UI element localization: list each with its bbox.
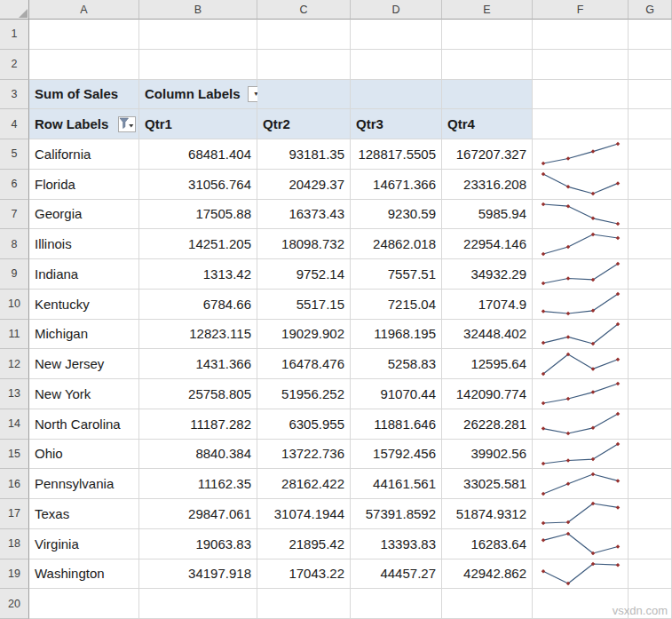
cell-B2[interactable] [139, 50, 257, 80]
cell-C2[interactable] [257, 50, 351, 80]
cell-D13[interactable]: 91070.44 [351, 379, 442, 409]
cell-E10[interactable]: 17074.9 [442, 290, 533, 320]
cell-G16[interactable] [629, 469, 672, 499]
cell-F2[interactable] [533, 50, 629, 80]
cell-C7[interactable]: 16373.43 [257, 200, 351, 230]
cell-G7[interactable] [629, 200, 672, 230]
cell-C6[interactable]: 20429.37 [257, 170, 351, 200]
column-header-D[interactable]: D [351, 0, 442, 20]
column-header-B[interactable]: B [139, 0, 257, 20]
cell-A7[interactable]: Georgia [29, 200, 139, 230]
cell-B20[interactable] [139, 589, 257, 619]
cell-E2[interactable] [442, 50, 533, 80]
cell-G12[interactable] [629, 349, 672, 379]
cell-A8[interactable]: Illinois [29, 229, 139, 259]
cell-A10[interactable]: Kentucky [29, 290, 139, 320]
row-header-14[interactable]: 14 [0, 409, 29, 440]
cell-D16[interactable]: 44161.561 [351, 469, 442, 499]
row-header-7[interactable]: 7 [0, 200, 29, 230]
cell-C16[interactable]: 28162.422 [257, 469, 351, 499]
row-header-17[interactable]: 17 [0, 499, 29, 529]
cell-D3[interactable] [351, 80, 442, 110]
cell-B5[interactable]: 68481.404 [139, 139, 257, 170]
cell-A20[interactable] [29, 589, 139, 619]
cell-E7[interactable]: 5985.94 [442, 200, 533, 230]
cell-G2[interactable] [629, 50, 672, 80]
cell-G17[interactable] [629, 499, 672, 529]
cell-B3[interactable]: Column Labels▼ [139, 80, 257, 110]
cell-F14[interactable] [533, 409, 629, 440]
cell-F11[interactable] [533, 320, 629, 350]
cell-C10[interactable]: 5517.15 [257, 290, 351, 320]
column-header-F[interactable]: F [533, 0, 629, 20]
cell-G9[interactable] [629, 259, 672, 290]
row-header-10[interactable]: 10 [0, 290, 29, 320]
row-header-13[interactable]: 13 [0, 379, 29, 409]
cell-A6[interactable]: Florida [29, 170, 139, 200]
cell-G5[interactable] [629, 139, 672, 170]
cell-B10[interactable]: 6784.66 [139, 290, 257, 320]
row-header-4[interactable]: 4 [0, 109, 29, 139]
cell-B9[interactable]: 1313.42 [139, 259, 257, 290]
column-header-C[interactable]: C [257, 0, 351, 20]
cell-E14[interactable]: 26228.281 [442, 409, 533, 440]
cell-D1[interactable] [351, 20, 442, 50]
cell-D4[interactable]: Qtr3 [351, 109, 442, 139]
cell-G6[interactable] [629, 170, 672, 200]
cell-B18[interactable]: 19063.83 [139, 529, 257, 559]
row-header-20[interactable]: 20 [0, 589, 29, 619]
cell-C13[interactable]: 51956.252 [257, 379, 351, 409]
cell-B19[interactable]: 34197.918 [139, 559, 257, 590]
cell-F19[interactable] [533, 559, 629, 590]
cell-C14[interactable]: 6305.955 [257, 409, 351, 440]
row-header-8[interactable]: 8 [0, 229, 29, 259]
cell-B6[interactable]: 31056.764 [139, 170, 257, 200]
cell-D8[interactable]: 24862.018 [351, 229, 442, 259]
cell-B12[interactable]: 1431.366 [139, 349, 257, 379]
cell-G10[interactable] [629, 290, 672, 320]
cell-D9[interactable]: 7557.51 [351, 259, 442, 290]
cell-B4[interactable]: Qtr1 [139, 109, 257, 139]
cell-C15[interactable]: 13722.736 [257, 440, 351, 470]
cell-A9[interactable]: Indiana [29, 259, 139, 290]
cell-D7[interactable]: 9230.59 [351, 200, 442, 230]
cell-E5[interactable]: 167207.327 [442, 139, 533, 170]
cell-C18[interactable]: 21895.42 [257, 529, 351, 559]
cell-G8[interactable] [629, 229, 672, 259]
column-header-E[interactable]: E [442, 0, 533, 20]
cell-G15[interactable] [629, 440, 672, 470]
cell-F3[interactable] [533, 80, 629, 110]
cell-B8[interactable]: 14251.205 [139, 229, 257, 259]
cell-G18[interactable] [629, 529, 672, 559]
cell-D6[interactable]: 14671.366 [351, 170, 442, 200]
cell-B14[interactable]: 11187.282 [139, 409, 257, 440]
cell-A3[interactable]: Sum of Sales [29, 80, 139, 110]
row-header-1[interactable]: 1 [0, 20, 29, 50]
row-header-11[interactable]: 11 [0, 320, 29, 350]
cell-E15[interactable]: 39902.56 [442, 440, 533, 470]
cell-D12[interactable]: 5258.83 [351, 349, 442, 379]
cell-C17[interactable]: 31074.1944 [257, 499, 351, 529]
cell-F18[interactable] [533, 529, 629, 559]
cell-G4[interactable] [629, 109, 672, 139]
cell-F10[interactable] [533, 290, 629, 320]
cell-D2[interactable] [351, 50, 442, 80]
cell-G19[interactable] [629, 559, 672, 590]
cell-A17[interactable]: Texas [29, 499, 139, 529]
cell-F15[interactable] [533, 440, 629, 470]
cell-C8[interactable]: 18098.732 [257, 229, 351, 259]
cell-E13[interactable]: 142090.774 [442, 379, 533, 409]
cell-E20[interactable] [442, 589, 533, 619]
cell-D11[interactable]: 11968.195 [351, 320, 442, 350]
row-header-16[interactable]: 16 [0, 469, 29, 499]
row-labels-filter-button[interactable] [118, 116, 136, 132]
cell-E17[interactable]: 51874.9312 [442, 499, 533, 529]
cell-E8[interactable]: 22954.146 [442, 229, 533, 259]
cell-F17[interactable] [533, 499, 629, 529]
cell-B11[interactable]: 12823.115 [139, 320, 257, 350]
cell-C4[interactable]: Qtr2 [257, 109, 351, 139]
cell-C12[interactable]: 16478.476 [257, 349, 351, 379]
cell-A18[interactable]: Virginia [29, 529, 139, 559]
cell-E19[interactable]: 42942.862 [442, 559, 533, 590]
cell-G13[interactable] [629, 379, 672, 409]
